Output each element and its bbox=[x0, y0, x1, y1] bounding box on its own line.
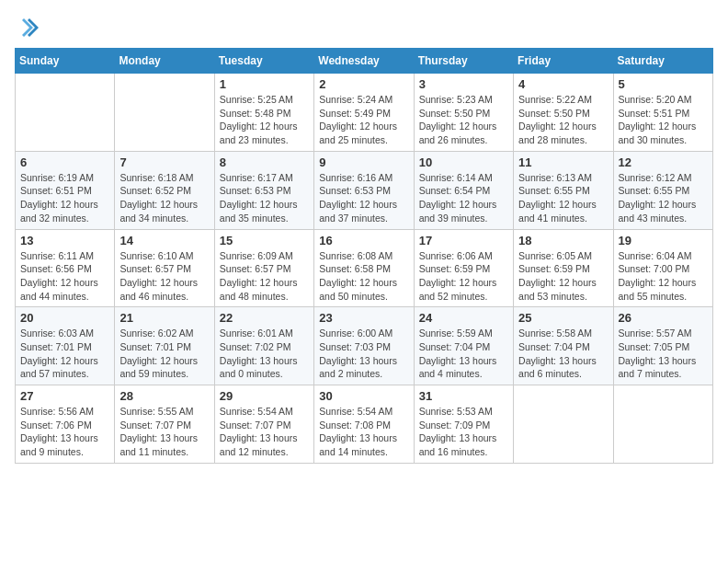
day-info: Sunrise: 5:22 AM Sunset: 5:50 PM Dayligh… bbox=[518, 93, 608, 147]
calendar-cell: 24Sunrise: 5:59 AM Sunset: 7:04 PM Dayli… bbox=[414, 307, 513, 385]
weekday-header: Friday bbox=[514, 49, 613, 74]
day-info: Sunrise: 6:01 AM Sunset: 7:02 PM Dayligh… bbox=[220, 327, 309, 381]
weekday-header: Wednesday bbox=[314, 49, 414, 74]
day-number: 16 bbox=[319, 234, 408, 247]
day-info: Sunrise: 6:05 AM Sunset: 6:59 PM Dayligh… bbox=[518, 249, 608, 304]
day-info: Sunrise: 5:23 AM Sunset: 5:50 PM Dayligh… bbox=[419, 93, 508, 147]
weekday-header: Tuesday bbox=[214, 49, 313, 74]
page-header bbox=[15, 15, 713, 40]
calendar-cell: 10Sunrise: 6:14 AM Sunset: 6:54 PM Dayli… bbox=[414, 151, 513, 229]
day-number: 27 bbox=[20, 389, 109, 403]
calendar-cell bbox=[613, 385, 712, 464]
calendar-cell: 30Sunrise: 5:54 AM Sunset: 7:08 PM Dayli… bbox=[314, 385, 414, 464]
day-number: 19 bbox=[619, 234, 708, 247]
calendar-cell: 17Sunrise: 6:06 AM Sunset: 6:59 PM Dayli… bbox=[414, 229, 513, 307]
day-info: Sunrise: 6:08 AM Sunset: 6:58 PM Dayligh… bbox=[319, 249, 408, 304]
day-number: 31 bbox=[419, 389, 508, 403]
calendar-cell: 9Sunrise: 6:16 AM Sunset: 6:53 PM Daylig… bbox=[314, 151, 414, 229]
day-info: Sunrise: 5:53 AM Sunset: 7:09 PM Dayligh… bbox=[419, 405, 508, 459]
calendar-cell: 2Sunrise: 5:24 AM Sunset: 5:49 PM Daylig… bbox=[314, 74, 414, 152]
weekday-header: Saturday bbox=[613, 49, 712, 74]
weekday-header: Monday bbox=[115, 49, 214, 74]
day-number: 9 bbox=[319, 155, 408, 169]
day-info: Sunrise: 6:04 AM Sunset: 7:00 PM Dayligh… bbox=[619, 249, 708, 304]
day-number: 3 bbox=[419, 77, 508, 91]
day-info: Sunrise: 6:10 AM Sunset: 6:57 PM Dayligh… bbox=[119, 249, 209, 304]
weekday-header-row: SundayMondayTuesdayWednesdayThursdayFrid… bbox=[16, 49, 713, 74]
day-number: 30 bbox=[319, 389, 408, 403]
day-number: 1 bbox=[220, 77, 309, 91]
calendar-cell: 27Sunrise: 5:56 AM Sunset: 7:06 PM Dayli… bbox=[16, 385, 115, 464]
calendar-cell: 16Sunrise: 6:08 AM Sunset: 6:58 PM Dayli… bbox=[314, 229, 414, 307]
calendar-week-row: 27Sunrise: 5:56 AM Sunset: 7:06 PM Dayli… bbox=[16, 385, 713, 464]
day-info: Sunrise: 6:17 AM Sunset: 6:53 PM Dayligh… bbox=[220, 171, 309, 225]
day-info: Sunrise: 5:58 AM Sunset: 7:04 PM Dayligh… bbox=[518, 327, 608, 381]
calendar-cell: 12Sunrise: 6:12 AM Sunset: 6:55 PM Dayli… bbox=[613, 151, 712, 229]
calendar-cell bbox=[16, 74, 115, 152]
calendar-cell: 25Sunrise: 5:58 AM Sunset: 7:04 PM Dayli… bbox=[514, 307, 613, 385]
calendar-cell: 23Sunrise: 6:00 AM Sunset: 7:03 PM Dayli… bbox=[314, 307, 414, 385]
day-number: 14 bbox=[119, 234, 209, 247]
day-info: Sunrise: 5:59 AM Sunset: 7:04 PM Dayligh… bbox=[419, 327, 508, 381]
calendar-cell: 22Sunrise: 6:01 AM Sunset: 7:02 PM Dayli… bbox=[214, 307, 313, 385]
calendar-cell: 5Sunrise: 5:20 AM Sunset: 5:51 PM Daylig… bbox=[613, 74, 712, 152]
day-info: Sunrise: 6:19 AM Sunset: 6:51 PM Dayligh… bbox=[20, 171, 109, 225]
calendar-cell: 19Sunrise: 6:04 AM Sunset: 7:00 PM Dayli… bbox=[613, 229, 712, 307]
day-number: 28 bbox=[119, 389, 209, 403]
calendar-cell: 6Sunrise: 6:19 AM Sunset: 6:51 PM Daylig… bbox=[16, 151, 115, 229]
calendar-cell: 11Sunrise: 6:13 AM Sunset: 6:55 PM Dayli… bbox=[514, 151, 613, 229]
calendar-week-row: 13Sunrise: 6:11 AM Sunset: 6:56 PM Dayli… bbox=[16, 229, 713, 307]
day-number: 15 bbox=[220, 234, 309, 247]
logo bbox=[15, 15, 44, 40]
day-info: Sunrise: 6:13 AM Sunset: 6:55 PM Dayligh… bbox=[518, 171, 608, 225]
day-number: 7 bbox=[119, 155, 209, 169]
day-number: 10 bbox=[419, 155, 508, 169]
day-info: Sunrise: 6:06 AM Sunset: 6:59 PM Dayligh… bbox=[419, 249, 508, 304]
day-info: Sunrise: 5:57 AM Sunset: 7:05 PM Dayligh… bbox=[619, 327, 708, 381]
day-number: 22 bbox=[220, 311, 309, 325]
day-number: 2 bbox=[319, 77, 408, 91]
calendar-cell: 26Sunrise: 5:57 AM Sunset: 7:05 PM Dayli… bbox=[613, 307, 712, 385]
day-info: Sunrise: 5:54 AM Sunset: 7:07 PM Dayligh… bbox=[220, 405, 309, 459]
calendar-week-row: 6Sunrise: 6:19 AM Sunset: 6:51 PM Daylig… bbox=[16, 151, 713, 229]
weekday-header: Thursday bbox=[414, 49, 513, 74]
day-info: Sunrise: 6:02 AM Sunset: 7:01 PM Dayligh… bbox=[119, 327, 209, 381]
calendar-cell: 31Sunrise: 5:53 AM Sunset: 7:09 PM Dayli… bbox=[414, 385, 513, 464]
calendar-table: SundayMondayTuesdayWednesdayThursdayFrid… bbox=[15, 48, 713, 464]
logo-icon bbox=[15, 15, 40, 40]
calendar-week-row: 1Sunrise: 5:25 AM Sunset: 5:48 PM Daylig… bbox=[16, 74, 713, 152]
calendar-cell bbox=[115, 74, 214, 152]
calendar-cell: 20Sunrise: 6:03 AM Sunset: 7:01 PM Dayli… bbox=[16, 307, 115, 385]
calendar-cell: 29Sunrise: 5:54 AM Sunset: 7:07 PM Dayli… bbox=[214, 385, 313, 464]
calendar-cell: 15Sunrise: 6:09 AM Sunset: 6:57 PM Dayli… bbox=[214, 229, 313, 307]
day-number: 12 bbox=[619, 155, 708, 169]
day-number: 13 bbox=[20, 234, 109, 247]
day-info: Sunrise: 5:54 AM Sunset: 7:08 PM Dayligh… bbox=[319, 405, 408, 459]
day-number: 26 bbox=[619, 311, 708, 325]
calendar-cell: 1Sunrise: 5:25 AM Sunset: 5:48 PM Daylig… bbox=[214, 74, 313, 152]
day-number: 29 bbox=[220, 389, 309, 403]
day-number: 23 bbox=[319, 311, 408, 325]
calendar-cell: 21Sunrise: 6:02 AM Sunset: 7:01 PM Dayli… bbox=[115, 307, 214, 385]
calendar-cell bbox=[514, 385, 613, 464]
day-number: 5 bbox=[619, 77, 708, 91]
day-info: Sunrise: 6:14 AM Sunset: 6:54 PM Dayligh… bbox=[419, 171, 508, 225]
day-info: Sunrise: 5:55 AM Sunset: 7:07 PM Dayligh… bbox=[119, 405, 209, 459]
day-number: 24 bbox=[419, 311, 508, 325]
day-number: 25 bbox=[518, 311, 608, 325]
day-number: 4 bbox=[518, 77, 608, 91]
day-info: Sunrise: 5:56 AM Sunset: 7:06 PM Dayligh… bbox=[20, 405, 109, 459]
day-info: Sunrise: 6:03 AM Sunset: 7:01 PM Dayligh… bbox=[20, 327, 109, 381]
calendar-cell: 8Sunrise: 6:17 AM Sunset: 6:53 PM Daylig… bbox=[214, 151, 313, 229]
day-info: Sunrise: 6:12 AM Sunset: 6:55 PM Dayligh… bbox=[619, 171, 708, 225]
day-info: Sunrise: 5:25 AM Sunset: 5:48 PM Dayligh… bbox=[220, 93, 309, 147]
day-number: 18 bbox=[518, 234, 608, 247]
day-info: Sunrise: 6:00 AM Sunset: 7:03 PM Dayligh… bbox=[319, 327, 408, 381]
day-number: 21 bbox=[119, 311, 209, 325]
day-info: Sunrise: 6:09 AM Sunset: 6:57 PM Dayligh… bbox=[220, 249, 309, 304]
calendar-cell: 4Sunrise: 5:22 AM Sunset: 5:50 PM Daylig… bbox=[514, 74, 613, 152]
calendar-cell: 28Sunrise: 5:55 AM Sunset: 7:07 PM Dayli… bbox=[115, 385, 214, 464]
day-info: Sunrise: 6:16 AM Sunset: 6:53 PM Dayligh… bbox=[319, 171, 408, 225]
day-number: 11 bbox=[518, 155, 608, 169]
day-number: 8 bbox=[220, 155, 309, 169]
